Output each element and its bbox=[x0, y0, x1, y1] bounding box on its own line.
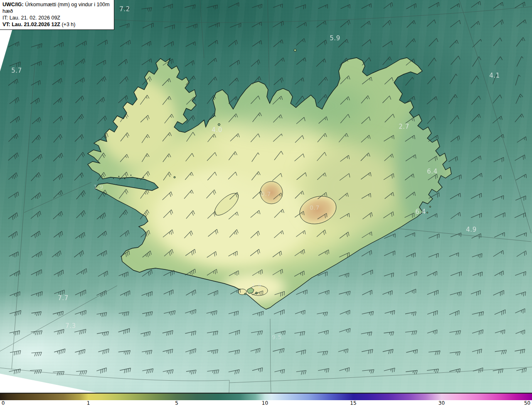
model-id: UWC/IG: bbox=[2, 2, 24, 7]
wind-barb bbox=[516, 174, 527, 181]
wind-barb bbox=[341, 5, 350, 9]
wind-barb bbox=[163, 4, 172, 9]
wind-barb bbox=[295, 78, 304, 84]
wind-barb bbox=[31, 269, 42, 276]
wind-barb bbox=[471, 135, 480, 142]
wind-barb bbox=[451, 136, 460, 142]
wind-barb bbox=[207, 370, 219, 374]
wind-barb bbox=[515, 114, 524, 122]
wind-barb bbox=[448, 157, 458, 162]
wind-barb bbox=[97, 251, 107, 257]
wind-barb bbox=[10, 291, 20, 297]
wind-barb bbox=[97, 40, 107, 46]
wind-barb bbox=[339, 273, 349, 278]
wind-barb bbox=[493, 175, 502, 181]
wind-barb bbox=[229, 369, 239, 374]
wind-barb bbox=[318, 330, 328, 335]
wind-barb bbox=[31, 193, 41, 200]
wind-barb bbox=[164, 42, 173, 47]
wind-barb bbox=[54, 349, 65, 354]
wind-barb bbox=[96, 97, 105, 104]
wind-barb bbox=[119, 272, 128, 277]
wind-barb bbox=[515, 196, 526, 201]
wind-barb bbox=[251, 331, 263, 335]
wind-barb bbox=[53, 98, 62, 105]
wind-barb bbox=[164, 290, 173, 295]
wind-barb bbox=[451, 56, 460, 65]
wind-barb bbox=[515, 155, 525, 161]
wind-barb bbox=[515, 213, 525, 218]
wind-barb bbox=[451, 233, 461, 237]
wind-barb bbox=[406, 4, 416, 9]
wind-barb bbox=[97, 76, 106, 84]
wind-barb bbox=[31, 61, 41, 66]
wind-barb bbox=[427, 20, 436, 27]
wind-barb bbox=[163, 330, 173, 336]
wind-barb bbox=[98, 271, 108, 277]
wind-barb bbox=[494, 157, 504, 162]
wind-barb bbox=[31, 291, 42, 296]
wind-barb bbox=[428, 2, 439, 8]
wind-barb bbox=[471, 156, 481, 162]
wind-barb bbox=[32, 312, 42, 316]
wind-barb bbox=[251, 60, 260, 67]
wind-barb bbox=[52, 78, 62, 85]
wind-barb bbox=[471, 76, 478, 84]
wind-barb bbox=[340, 310, 350, 315]
wind-barb bbox=[451, 175, 461, 180]
wind-barb bbox=[495, 350, 507, 354]
wind-barb bbox=[383, 349, 393, 354]
wind-barb bbox=[54, 135, 62, 143]
wind-barb bbox=[119, 312, 129, 316]
wind-barb bbox=[362, 39, 371, 46]
wind-barb bbox=[207, 331, 218, 335]
wind-barb bbox=[142, 41, 151, 46]
wind-barb bbox=[317, 351, 328, 355]
wind-barb bbox=[10, 116, 20, 123]
wind-barb bbox=[340, 20, 350, 27]
wind-barb bbox=[339, 328, 350, 333]
wind-barb bbox=[274, 369, 284, 374]
wind-barb bbox=[493, 95, 502, 103]
wind-barb bbox=[96, 291, 106, 297]
wind-barb bbox=[517, 137, 527, 142]
wind-barb bbox=[494, 232, 505, 237]
wind-barb bbox=[76, 191, 86, 199]
wind-barb bbox=[296, 39, 305, 46]
wind-barb bbox=[429, 193, 439, 198]
wind-barb bbox=[384, 2, 393, 9]
wind-barb bbox=[31, 211, 41, 218]
wind-barb bbox=[450, 115, 459, 124]
wind-barb bbox=[8, 79, 18, 86]
wind-barb bbox=[208, 77, 217, 85]
wind-barb bbox=[515, 2, 525, 8]
wind-barb bbox=[405, 233, 415, 237]
wind-barb bbox=[75, 311, 86, 316]
wind-barb bbox=[163, 349, 173, 354]
wind-barb bbox=[318, 369, 329, 373]
wind-barb bbox=[163, 270, 174, 276]
wind-barb bbox=[515, 75, 520, 85]
wind-barb bbox=[10, 271, 20, 276]
wind-barb bbox=[9, 252, 18, 257]
wind-barb bbox=[229, 311, 239, 316]
wind-barb bbox=[8, 232, 17, 239]
wind-barb bbox=[186, 42, 195, 47]
map-canvas: 7.25.95.74.14.02.76.46.44.97.77.30.70.71… bbox=[0, 0, 532, 393]
wind-barb bbox=[140, 332, 150, 337]
wind-barb bbox=[273, 4, 283, 8]
wind-barb bbox=[273, 348, 284, 353]
colorbar-tick-50: 50 bbox=[524, 400, 530, 406]
wind-barb bbox=[516, 368, 526, 373]
wind-barb bbox=[473, 56, 481, 66]
wind-barb bbox=[296, 5, 306, 9]
wind-barb bbox=[405, 331, 417, 335]
wind-barb bbox=[209, 23, 220, 27]
wind-barb bbox=[493, 250, 504, 257]
wind-barb bbox=[493, 116, 502, 123]
wind-barb bbox=[472, 173, 482, 179]
wind-barb bbox=[472, 349, 482, 354]
colorbar-tick-10: 10 bbox=[262, 400, 268, 406]
precipitation-colorbar bbox=[0, 394, 532, 400]
wind-barb bbox=[382, 291, 392, 295]
